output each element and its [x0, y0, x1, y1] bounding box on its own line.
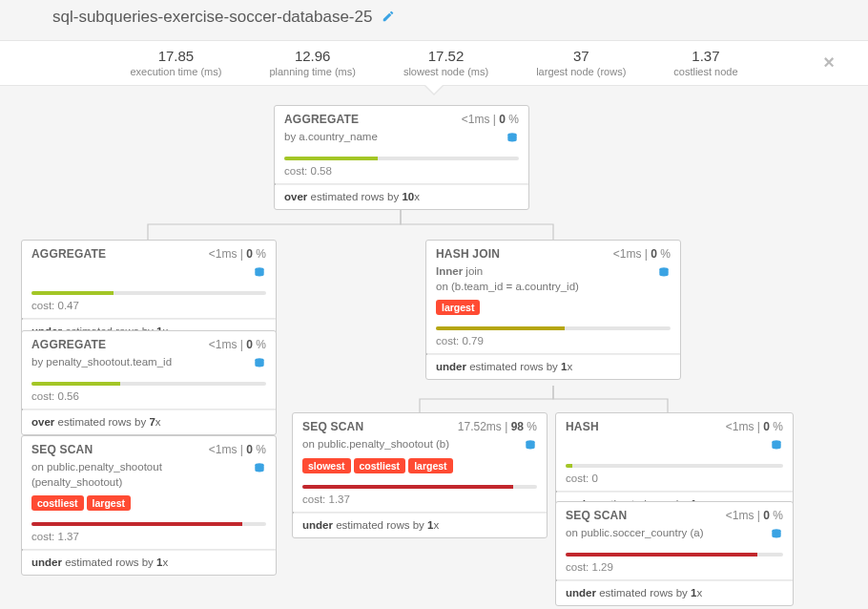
close-icon[interactable]: × [823, 52, 835, 74]
cost-value: cost: 0.58 [275, 163, 528, 183]
cost-bar [436, 326, 671, 330]
stat-value: 37 [536, 49, 626, 65]
stat-label: costliest node [673, 66, 737, 77]
pointer-triangle-icon [424, 86, 444, 95]
cost-value: cost: 1.37 [293, 492, 547, 512]
plan-node-seqscan-mid[interactable]: SEQ SCAN 17.52ms | 98 % on public.penalt… [292, 412, 548, 538]
node-timing: <1ms | 0 % [462, 113, 519, 126]
node-timing: <1ms | 0 % [209, 443, 266, 456]
node-tags: costliest largest [22, 495, 276, 516]
node-title: SEQ SCAN [31, 443, 93, 456]
page-title: sql-subqueries-exercise-soccer-database-… [52, 8, 372, 27]
plan-node-aggregate-2[interactable]: AGGREGATE <1ms | 0 % by penalty_shootout… [21, 330, 277, 435]
cost-bar [31, 291, 266, 295]
stat-value: 1.37 [673, 49, 737, 65]
tag-costliest: costliest [354, 458, 406, 473]
node-timing: <1ms | 0 % [209, 338, 266, 351]
node-subtitle: on public.soccer_country (a) [566, 526, 762, 541]
estimate-line: under estimated rows by 1x [293, 514, 547, 537]
stat-label: execution time (ms) [130, 66, 221, 77]
plan-node-aggregate-1[interactable]: AGGREGATE <1ms | 0 % cost: 0.47 under es… [21, 240, 277, 345]
node-title: SEQ SCAN [302, 420, 363, 433]
database-icon[interactable] [253, 357, 266, 370]
stat-label: largest node (rows) [536, 66, 626, 77]
node-timing: 17.52ms | 98 % [458, 420, 537, 433]
node-tags: largest [426, 300, 680, 321]
database-icon[interactable] [506, 132, 519, 145]
tag-slowest: slowest [302, 458, 351, 473]
node-subtitle: by a.country_name [284, 130, 498, 145]
node-title: HASH JOIN [436, 247, 500, 261]
plan-node-hashjoin[interactable]: HASH JOIN <1ms | 0 % Inner joinon (b.tea… [425, 240, 681, 380]
pencil-icon[interactable] [382, 10, 395, 26]
node-timing: <1ms | 0 % [209, 247, 266, 261]
stat-value: 12.96 [269, 49, 355, 65]
node-timing: <1ms | 0 % [613, 247, 671, 261]
plan-node-seqscan-right[interactable]: SEQ SCAN <1ms | 0 % on public.soccer_cou… [555, 501, 794, 606]
tag-costliest: costliest [31, 495, 84, 511]
node-title: AGGREGATE [31, 338, 106, 351]
cost-value: cost: 0.56 [22, 388, 276, 409]
plan-node-seqscan-left[interactable]: SEQ SCAN <1ms | 0 % on public.penalty_sh… [21, 435, 277, 576]
cost-bar [302, 485, 537, 489]
cost-value: cost: 1.29 [556, 559, 793, 579]
cost-value: cost: 0 [556, 471, 793, 491]
estimate-line: over estimated rows by 7x [22, 410, 276, 434]
node-title: AGGREGATE [284, 113, 359, 126]
plan-node-aggregate-root[interactable]: AGGREGATE <1ms | 0 % by a.country_name c… [274, 105, 529, 210]
tag-largest: largest [436, 300, 480, 315]
database-icon[interactable] [524, 439, 537, 452]
cost-value: cost: 1.37 [22, 529, 276, 549]
stat-value: 17.85 [130, 49, 221, 65]
cost-bar [31, 382, 266, 386]
database-icon[interactable] [253, 266, 266, 280]
stats-bar: 17.85 execution time (ms) 12.96 planning… [0, 40, 868, 86]
node-timing: <1ms | 0 % [726, 509, 783, 522]
database-icon[interactable] [770, 439, 783, 452]
estimate-line: over estimated rows by 10x [275, 185, 528, 209]
database-icon[interactable] [770, 528, 783, 541]
cost-bar [566, 464, 783, 468]
node-subtitle: on public.penalty_shootout (penalty_shoo… [31, 460, 245, 490]
cost-bar [566, 553, 783, 556]
stat-label: planning time (ms) [269, 66, 355, 77]
stat-execution-time: 17.85 execution time (ms) [106, 49, 245, 77]
node-title: HASH [566, 420, 599, 433]
cost-value: cost: 0.47 [22, 298, 276, 318]
node-subtitle: by penalty_shootout.team_id [31, 355, 245, 370]
node-tags: slowest costliest largest [293, 458, 547, 479]
stat-largest-node: 37 largest node (rows) [512, 49, 650, 77]
estimate-line: under estimated rows by 1x [22, 551, 276, 575]
tag-largest: largest [87, 495, 131, 511]
database-icon[interactable] [253, 462, 266, 475]
stat-slowest-node: 17.52 slowest node (ms) [380, 49, 512, 77]
estimate-line: under estimated rows by 1x [556, 581, 793, 605]
cost-bar [31, 522, 266, 526]
cost-bar [284, 157, 519, 160]
stat-costliest-node: 1.37 costliest node [650, 49, 761, 77]
node-timing: <1ms | 0 % [726, 420, 783, 433]
database-icon[interactable] [657, 266, 671, 280]
tag-largest: largest [408, 458, 452, 473]
cost-value: cost: 0.79 [426, 333, 680, 353]
estimate-line: under estimated rows by 1x [426, 355, 680, 379]
node-subtitle: on public.penalty_shootout (b) [302, 437, 516, 452]
node-title: AGGREGATE [31, 247, 106, 261]
stat-label: slowest node (ms) [403, 66, 488, 77]
stat-planning-time: 12.96 planning time (ms) [245, 49, 379, 77]
stat-value: 17.52 [403, 49, 488, 65]
node-title: SEQ SCAN [566, 509, 627, 522]
node-subtitle: Inner joinon (b.team_id = a.country_id) [436, 264, 650, 294]
